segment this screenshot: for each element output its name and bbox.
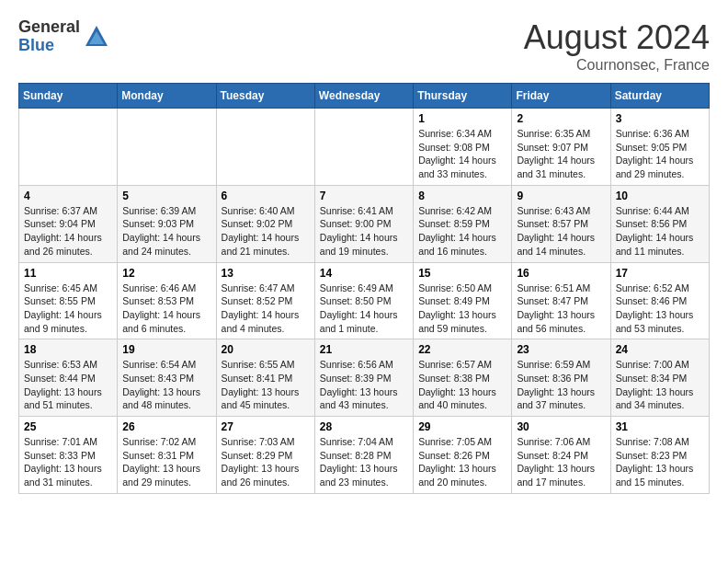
table-row: 13Sunrise: 6:47 AMSunset: 8:52 PMDayligh…	[216, 262, 314, 339]
logo: General Blue	[18, 18, 109, 55]
day-number: 26	[122, 420, 210, 433]
table-row: 23Sunrise: 6:59 AMSunset: 8:36 PMDayligh…	[512, 339, 610, 417]
day-number: 6	[222, 190, 310, 202]
day-info: Sunrise: 7:04 AMSunset: 8:28 PMDaylight:…	[320, 435, 408, 489]
day-number: 3	[616, 112, 704, 125]
day-number: 10	[616, 190, 704, 202]
day-info: Sunrise: 6:50 AMSunset: 8:49 PMDaylight:…	[418, 282, 506, 336]
day-number: 4	[24, 190, 112, 202]
table-row: 18Sunrise: 6:53 AMSunset: 8:44 PMDayligh…	[19, 339, 118, 417]
day-number: 25	[24, 420, 112, 433]
calendar-week-row: 1Sunrise: 6:34 AMSunset: 9:08 PMDaylight…	[19, 109, 710, 186]
day-info: Sunrise: 6:52 AMSunset: 8:46 PMDaylight:…	[616, 282, 704, 336]
day-info: Sunrise: 6:37 AMSunset: 9:04 PMDaylight:…	[24, 204, 112, 259]
table-row: 20Sunrise: 6:55 AMSunset: 8:41 PMDayligh…	[216, 339, 314, 417]
day-number: 28	[320, 420, 408, 433]
day-number: 20	[222, 343, 310, 356]
table-row: 2Sunrise: 6:35 AMSunset: 9:07 PMDaylight…	[512, 109, 610, 186]
location-subtitle: Cournonsec, France	[524, 57, 710, 74]
table-row: 9Sunrise: 6:43 AMSunset: 8:57 PMDaylight…	[512, 185, 610, 262]
table-row	[216, 109, 314, 186]
day-number: 29	[418, 420, 506, 433]
day-info: Sunrise: 6:49 AMSunset: 8:50 PMDaylight:…	[320, 282, 408, 336]
day-number: 9	[517, 190, 605, 202]
table-row	[19, 109, 118, 186]
day-number: 19	[122, 343, 210, 356]
title-area: August 2024 Cournonsec, France	[524, 18, 710, 74]
table-row: 8Sunrise: 6:42 AMSunset: 8:59 PMDaylight…	[414, 185, 512, 262]
table-row: 3Sunrise: 6:36 AMSunset: 9:05 PMDaylight…	[610, 109, 709, 186]
table-row: 11Sunrise: 6:45 AMSunset: 8:55 PMDayligh…	[19, 262, 118, 339]
day-info: Sunrise: 6:44 AMSunset: 8:56 PMDaylight:…	[616, 204, 704, 259]
table-row: 5Sunrise: 6:39 AMSunset: 9:03 PMDaylight…	[118, 185, 216, 262]
table-row: 21Sunrise: 6:56 AMSunset: 8:39 PMDayligh…	[314, 339, 413, 417]
table-row: 29Sunrise: 7:05 AMSunset: 8:26 PMDayligh…	[414, 417, 512, 494]
day-info: Sunrise: 7:02 AMSunset: 8:31 PMDaylight:…	[122, 435, 210, 489]
day-info: Sunrise: 6:56 AMSunset: 8:39 PMDaylight:…	[320, 358, 408, 412]
calendar-week-row: 25Sunrise: 7:01 AMSunset: 8:33 PMDayligh…	[19, 417, 710, 494]
header-monday: Monday	[118, 84, 216, 109]
day-number: 22	[418, 343, 506, 356]
table-row: 17Sunrise: 6:52 AMSunset: 8:46 PMDayligh…	[610, 262, 709, 339]
header-wednesday: Wednesday	[314, 84, 413, 109]
calendar-week-row: 4Sunrise: 6:37 AMSunset: 9:04 PMDaylight…	[19, 185, 710, 262]
day-info: Sunrise: 6:39 AMSunset: 9:03 PMDaylight:…	[122, 204, 210, 259]
table-row: 1Sunrise: 6:34 AMSunset: 9:08 PMDaylight…	[414, 109, 512, 186]
day-number: 21	[320, 343, 408, 356]
day-number: 17	[616, 267, 704, 280]
day-number: 27	[222, 420, 310, 433]
table-row: 28Sunrise: 7:04 AMSunset: 8:28 PMDayligh…	[314, 417, 413, 494]
table-row: 26Sunrise: 7:02 AMSunset: 8:31 PMDayligh…	[118, 417, 216, 494]
day-info: Sunrise: 6:34 AMSunset: 9:08 PMDaylight:…	[418, 127, 506, 181]
day-number: 14	[320, 267, 408, 280]
day-info: Sunrise: 6:43 AMSunset: 8:57 PMDaylight:…	[517, 204, 605, 259]
day-info: Sunrise: 7:00 AMSunset: 8:34 PMDaylight:…	[616, 358, 704, 412]
logo-general: General	[18, 18, 80, 37]
table-row: 24Sunrise: 7:00 AMSunset: 8:34 PMDayligh…	[610, 339, 709, 417]
day-number: 16	[517, 267, 605, 280]
day-info: Sunrise: 7:03 AMSunset: 8:29 PMDaylight:…	[222, 435, 310, 489]
day-info: Sunrise: 7:01 AMSunset: 8:33 PMDaylight:…	[24, 435, 112, 489]
day-number: 15	[418, 267, 506, 280]
table-row: 15Sunrise: 6:50 AMSunset: 8:49 PMDayligh…	[414, 262, 512, 339]
table-row: 25Sunrise: 7:01 AMSunset: 8:33 PMDayligh…	[19, 417, 118, 494]
day-info: Sunrise: 6:59 AMSunset: 8:36 PMDaylight:…	[517, 358, 605, 412]
table-row: 30Sunrise: 7:06 AMSunset: 8:24 PMDayligh…	[512, 417, 610, 494]
page-header: General Blue August 2024 Cournonsec, Fra…	[18, 18, 710, 74]
calendar-week-row: 11Sunrise: 6:45 AMSunset: 8:55 PMDayligh…	[19, 262, 710, 339]
header-tuesday: Tuesday	[216, 84, 314, 109]
table-row	[118, 109, 216, 186]
calendar-body: 1Sunrise: 6:34 AMSunset: 9:08 PMDaylight…	[19, 109, 710, 494]
day-number: 13	[222, 267, 310, 280]
header-thursday: Thursday	[414, 84, 512, 109]
header-sunday: Sunday	[19, 84, 118, 109]
table-row: 27Sunrise: 7:03 AMSunset: 8:29 PMDayligh…	[216, 417, 314, 494]
day-info: Sunrise: 6:40 AMSunset: 9:02 PMDaylight:…	[222, 204, 310, 259]
table-row: 10Sunrise: 6:44 AMSunset: 8:56 PMDayligh…	[610, 185, 709, 262]
day-number: 8	[418, 190, 506, 202]
logo-text: General Blue	[18, 18, 80, 55]
day-info: Sunrise: 7:05 AMSunset: 8:26 PMDaylight:…	[418, 435, 506, 489]
day-info: Sunrise: 6:46 AMSunset: 8:53 PMDaylight:…	[122, 282, 210, 336]
day-number: 24	[616, 343, 704, 356]
calendar-table: Sunday Monday Tuesday Wednesday Thursday…	[18, 83, 710, 494]
day-info: Sunrise: 6:36 AMSunset: 9:05 PMDaylight:…	[616, 127, 704, 181]
day-info: Sunrise: 6:47 AMSunset: 8:52 PMDaylight:…	[222, 282, 310, 336]
calendar-header: Sunday Monday Tuesday Wednesday Thursday…	[19, 84, 710, 109]
header-friday: Friday	[512, 84, 610, 109]
day-number: 30	[517, 420, 605, 433]
weekday-header-row: Sunday Monday Tuesday Wednesday Thursday…	[19, 84, 710, 109]
table-row: 14Sunrise: 6:49 AMSunset: 8:50 PMDayligh…	[314, 262, 413, 339]
day-number: 23	[517, 343, 605, 356]
day-info: Sunrise: 6:55 AMSunset: 8:41 PMDaylight:…	[222, 358, 310, 412]
day-number: 12	[122, 267, 210, 280]
day-info: Sunrise: 6:41 AMSunset: 9:00 PMDaylight:…	[320, 204, 408, 259]
calendar-week-row: 18Sunrise: 6:53 AMSunset: 8:44 PMDayligh…	[19, 339, 710, 417]
day-info: Sunrise: 6:35 AMSunset: 9:07 PMDaylight:…	[517, 127, 605, 181]
table-row: 22Sunrise: 6:57 AMSunset: 8:38 PMDayligh…	[414, 339, 512, 417]
day-info: Sunrise: 6:42 AMSunset: 8:59 PMDaylight:…	[418, 204, 506, 259]
table-row	[314, 109, 413, 186]
day-number: 5	[122, 190, 210, 202]
table-row: 4Sunrise: 6:37 AMSunset: 9:04 PMDaylight…	[19, 185, 118, 262]
day-info: Sunrise: 6:57 AMSunset: 8:38 PMDaylight:…	[418, 358, 506, 412]
